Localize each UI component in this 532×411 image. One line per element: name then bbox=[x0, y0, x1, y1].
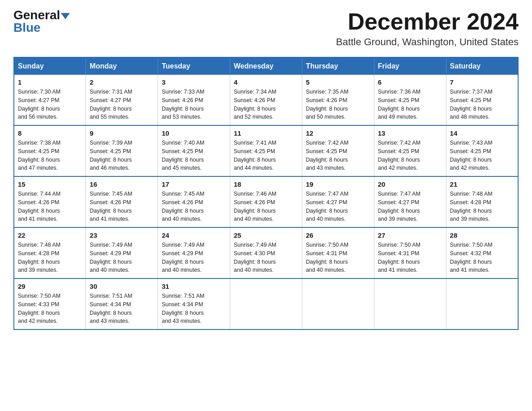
day-number: 28 bbox=[450, 231, 514, 239]
day-number: 6 bbox=[378, 78, 442, 86]
day-cell: 25 Sunrise: 7:49 AM Sunset: 4:30 PM Dayl… bbox=[230, 227, 302, 278]
day-cell: 27 Sunrise: 7:50 AM Sunset: 4:31 PM Dayl… bbox=[374, 227, 446, 278]
day-cell: 2 Sunrise: 7:31 AM Sunset: 4:27 PM Dayli… bbox=[86, 75, 158, 125]
logo-triangle-icon bbox=[61, 13, 70, 19]
day-cell: 12 Sunrise: 7:42 AM Sunset: 4:25 PM Dayl… bbox=[302, 125, 374, 176]
day-cell: 18 Sunrise: 7:46 AM Sunset: 4:26 PM Dayl… bbox=[230, 176, 302, 227]
day-info: Sunrise: 7:47 AM Sunset: 4:27 PM Dayligh… bbox=[378, 190, 442, 223]
day-cell: 23 Sunrise: 7:49 AM Sunset: 4:29 PM Dayl… bbox=[86, 227, 158, 278]
day-number: 26 bbox=[306, 231, 370, 239]
day-number: 23 bbox=[90, 231, 154, 239]
header-cell-thursday: Thursday bbox=[302, 57, 374, 75]
day-cell: 11 Sunrise: 7:41 AM Sunset: 4:25 PM Dayl… bbox=[230, 125, 302, 176]
day-info: Sunrise: 7:33 AM Sunset: 4:26 PM Dayligh… bbox=[162, 88, 226, 121]
day-info: Sunrise: 7:51 AM Sunset: 4:34 PM Dayligh… bbox=[90, 292, 154, 325]
page-header: General Blue December 2024 Battle Ground… bbox=[13, 9, 519, 48]
day-info: Sunrise: 7:46 AM Sunset: 4:26 PM Dayligh… bbox=[234, 190, 298, 223]
calendar-table: SundayMondayTuesdayWednesdayThursdayFrid… bbox=[13, 57, 519, 330]
day-cell bbox=[374, 278, 446, 330]
day-info: Sunrise: 7:50 AM Sunset: 4:31 PM Dayligh… bbox=[306, 241, 370, 274]
day-cell: 24 Sunrise: 7:49 AM Sunset: 4:29 PM Dayl… bbox=[158, 227, 230, 278]
day-info: Sunrise: 7:50 AM Sunset: 4:31 PM Dayligh… bbox=[378, 241, 442, 274]
day-number: 7 bbox=[450, 78, 514, 86]
day-number: 17 bbox=[162, 180, 226, 188]
day-info: Sunrise: 7:44 AM Sunset: 4:26 PM Dayligh… bbox=[18, 190, 82, 223]
day-info: Sunrise: 7:41 AM Sunset: 4:25 PM Dayligh… bbox=[234, 139, 298, 172]
logo: General Blue bbox=[13, 9, 70, 35]
day-number: 16 bbox=[90, 180, 154, 188]
day-info: Sunrise: 7:45 AM Sunset: 4:26 PM Dayligh… bbox=[90, 190, 154, 223]
day-cell: 5 Sunrise: 7:35 AM Sunset: 4:26 PM Dayli… bbox=[302, 75, 374, 125]
day-number: 29 bbox=[18, 283, 82, 290]
day-cell: 21 Sunrise: 7:48 AM Sunset: 4:28 PM Dayl… bbox=[446, 176, 518, 227]
day-number: 13 bbox=[378, 129, 442, 137]
day-number: 10 bbox=[162, 129, 226, 137]
day-number: 12 bbox=[306, 129, 370, 137]
header-cell-saturday: Saturday bbox=[446, 57, 518, 75]
day-number: 9 bbox=[90, 129, 154, 137]
day-info: Sunrise: 7:39 AM Sunset: 4:25 PM Dayligh… bbox=[90, 139, 154, 172]
day-info: Sunrise: 7:48 AM Sunset: 4:28 PM Dayligh… bbox=[450, 190, 514, 223]
day-cell: 6 Sunrise: 7:36 AM Sunset: 4:25 PM Dayli… bbox=[374, 75, 446, 125]
day-cell: 16 Sunrise: 7:45 AM Sunset: 4:26 PM Dayl… bbox=[86, 176, 158, 227]
header-cell-friday: Friday bbox=[374, 57, 446, 75]
day-cell: 9 Sunrise: 7:39 AM Sunset: 4:25 PM Dayli… bbox=[86, 125, 158, 176]
day-cell: 26 Sunrise: 7:50 AM Sunset: 4:31 PM Dayl… bbox=[302, 227, 374, 278]
day-cell: 13 Sunrise: 7:42 AM Sunset: 4:25 PM Dayl… bbox=[374, 125, 446, 176]
day-cell: 20 Sunrise: 7:47 AM Sunset: 4:27 PM Dayl… bbox=[374, 176, 446, 227]
day-cell: 3 Sunrise: 7:33 AM Sunset: 4:26 PM Dayli… bbox=[158, 75, 230, 125]
day-info: Sunrise: 7:42 AM Sunset: 4:25 PM Dayligh… bbox=[306, 139, 370, 172]
week-row-5: 29 Sunrise: 7:50 AM Sunset: 4:33 PM Dayl… bbox=[14, 278, 518, 330]
day-cell: 22 Sunrise: 7:48 AM Sunset: 4:28 PM Dayl… bbox=[14, 227, 86, 278]
week-row-4: 22 Sunrise: 7:48 AM Sunset: 4:28 PM Dayl… bbox=[14, 227, 518, 278]
day-info: Sunrise: 7:42 AM Sunset: 4:25 PM Dayligh… bbox=[378, 139, 442, 172]
day-info: Sunrise: 7:49 AM Sunset: 4:29 PM Dayligh… bbox=[90, 241, 154, 274]
day-info: Sunrise: 7:50 AM Sunset: 4:33 PM Dayligh… bbox=[18, 292, 82, 325]
day-cell: 31 Sunrise: 7:51 AM Sunset: 4:34 PM Dayl… bbox=[158, 278, 230, 330]
day-info: Sunrise: 7:31 AM Sunset: 4:27 PM Dayligh… bbox=[90, 88, 154, 121]
week-row-2: 8 Sunrise: 7:38 AM Sunset: 4:25 PM Dayli… bbox=[14, 125, 518, 176]
day-info: Sunrise: 7:49 AM Sunset: 4:30 PM Dayligh… bbox=[234, 241, 298, 274]
day-cell: 19 Sunrise: 7:47 AM Sunset: 4:27 PM Dayl… bbox=[302, 176, 374, 227]
month-title: December 2024 bbox=[336, 9, 519, 34]
day-info: Sunrise: 7:51 AM Sunset: 4:34 PM Dayligh… bbox=[162, 292, 226, 325]
day-number: 4 bbox=[234, 78, 298, 86]
day-number: 11 bbox=[234, 129, 298, 137]
day-cell: 29 Sunrise: 7:50 AM Sunset: 4:33 PM Dayl… bbox=[14, 278, 86, 330]
day-number: 3 bbox=[162, 78, 226, 86]
calendar-body: 1 Sunrise: 7:30 AM Sunset: 4:27 PM Dayli… bbox=[14, 75, 518, 330]
header-row: SundayMondayTuesdayWednesdayThursdayFrid… bbox=[14, 57, 518, 75]
logo-line1: General bbox=[13, 9, 70, 21]
day-number: 2 bbox=[90, 78, 154, 86]
day-number: 18 bbox=[234, 180, 298, 188]
week-row-1: 1 Sunrise: 7:30 AM Sunset: 4:27 PM Dayli… bbox=[14, 75, 518, 125]
title-block: December 2024 Battle Ground, Washington,… bbox=[336, 9, 519, 48]
day-cell bbox=[446, 278, 518, 330]
day-info: Sunrise: 7:45 AM Sunset: 4:26 PM Dayligh… bbox=[162, 190, 226, 223]
day-cell: 7 Sunrise: 7:37 AM Sunset: 4:25 PM Dayli… bbox=[446, 75, 518, 125]
day-cell: 17 Sunrise: 7:45 AM Sunset: 4:26 PM Dayl… bbox=[158, 176, 230, 227]
day-number: 30 bbox=[90, 283, 154, 290]
day-cell bbox=[230, 278, 302, 330]
day-info: Sunrise: 7:30 AM Sunset: 4:27 PM Dayligh… bbox=[18, 88, 82, 121]
day-info: Sunrise: 7:49 AM Sunset: 4:29 PM Dayligh… bbox=[162, 241, 226, 274]
day-number: 20 bbox=[378, 180, 442, 188]
week-row-3: 15 Sunrise: 7:44 AM Sunset: 4:26 PM Dayl… bbox=[14, 176, 518, 227]
day-info: Sunrise: 7:35 AM Sunset: 4:26 PM Dayligh… bbox=[306, 88, 370, 121]
day-cell: 28 Sunrise: 7:50 AM Sunset: 4:32 PM Dayl… bbox=[446, 227, 518, 278]
day-info: Sunrise: 7:43 AM Sunset: 4:25 PM Dayligh… bbox=[450, 139, 514, 172]
day-number: 27 bbox=[378, 231, 442, 239]
day-info: Sunrise: 7:34 AM Sunset: 4:26 PM Dayligh… bbox=[234, 88, 298, 121]
day-cell: 4 Sunrise: 7:34 AM Sunset: 4:26 PM Dayli… bbox=[230, 75, 302, 125]
day-number: 22 bbox=[18, 231, 82, 239]
day-info: Sunrise: 7:47 AM Sunset: 4:27 PM Dayligh… bbox=[306, 190, 370, 223]
day-number: 8 bbox=[18, 129, 82, 137]
day-number: 25 bbox=[234, 231, 298, 239]
location-title: Battle Ground, Washington, United States bbox=[336, 36, 519, 48]
day-cell: 10 Sunrise: 7:40 AM Sunset: 4:25 PM Dayl… bbox=[158, 125, 230, 176]
logo-line2: Blue bbox=[13, 21, 41, 35]
day-cell bbox=[302, 278, 374, 330]
day-cell: 14 Sunrise: 7:43 AM Sunset: 4:25 PM Dayl… bbox=[446, 125, 518, 176]
day-cell: 8 Sunrise: 7:38 AM Sunset: 4:25 PM Dayli… bbox=[14, 125, 86, 176]
day-number: 14 bbox=[450, 129, 514, 137]
